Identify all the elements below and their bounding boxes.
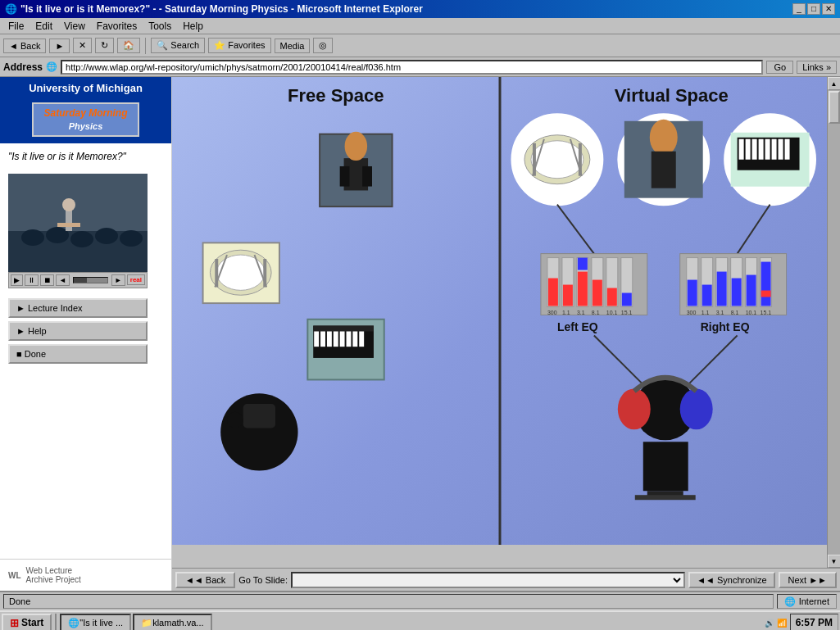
address-bar: Address 🌐 Go Links »: [0, 57, 840, 77]
favorites-button[interactable]: ⭐ Favorites: [208, 38, 270, 53]
main-content: University of Michigan Saturday Morning …: [0, 77, 840, 591]
done-label: ■ Done: [16, 349, 46, 359]
refresh-button[interactable]: ↻: [95, 38, 114, 53]
vc-play[interactable]: ▶: [11, 274, 23, 286]
search-button[interactable]: 🔍 Search: [151, 38, 205, 53]
back-button[interactable]: ◄ Back: [3, 39, 46, 53]
lecture-index-button[interactable]: ► Lecture Index: [8, 298, 148, 318]
go-button[interactable]: Go: [766, 61, 793, 74]
svg-text:8.1: 8.1: [730, 310, 738, 315]
svg-point-39: [530, 141, 583, 179]
svg-rect-73: [606, 288, 616, 306]
help-label: ► Help: [16, 326, 47, 336]
svg-text:300: 300: [686, 310, 696, 315]
media-button[interactable]: Media: [275, 39, 311, 53]
menu-tools[interactable]: Tools: [143, 20, 176, 33]
menu-view[interactable]: View: [59, 20, 90, 33]
svg-text:3.1: 3.1: [715, 310, 724, 315]
svg-rect-52: [738, 139, 743, 160]
video-scene: [8, 174, 148, 272]
svg-rect-57: [771, 139, 776, 160]
vc-prev[interactable]: ◄: [56, 274, 70, 286]
menu-help[interactable]: Help: [178, 20, 208, 33]
close-button[interactable]: ✕: [822, 3, 835, 15]
start-button[interactable]: ⊞ Start: [2, 614, 52, 630]
svg-text:15.1: 15.1: [760, 310, 771, 315]
scroll-thumb[interactable]: [829, 91, 840, 124]
history-button[interactable]: ◎: [313, 38, 333, 53]
done-button[interactable]: ■ Done: [8, 344, 148, 364]
scroll-up-arrow[interactable]: ▲: [828, 77, 841, 90]
help-button[interactable]: ► Help: [8, 321, 148, 341]
taskbar-item-1[interactable]: 📁 klamath.va...: [133, 614, 211, 630]
svg-rect-55: [758, 139, 763, 160]
start-label: Start: [21, 617, 43, 628]
sidebar: University of Michigan Saturday Morning …: [0, 77, 172, 591]
svg-rect-35: [243, 404, 275, 428]
svg-point-3: [46, 227, 69, 243]
bottom-nav: ◄◄ Back Go To Slide: ◄◄ Synchronize Next…: [172, 568, 840, 591]
sys-tray: 🔊 📶: [765, 619, 787, 628]
video-svg: [8, 174, 148, 272]
svg-text:15.1: 15.1: [620, 310, 632, 315]
svg-rect-87: [702, 285, 711, 306]
lecture-index-label: ► Lecture Index: [16, 303, 83, 313]
svg-rect-14: [362, 166, 372, 187]
svg-text:1.1: 1.1: [701, 310, 709, 315]
zone-indicator: 🌐 Internet: [777, 594, 837, 609]
smp-logo-box: Saturday Morning Physics: [32, 102, 138, 137]
vc-pause[interactable]: ⏸: [25, 274, 39, 286]
menu-file[interactable]: File: [3, 20, 29, 33]
svg-text:Right EQ: Right EQ: [700, 320, 749, 333]
svg-rect-95: [761, 262, 770, 306]
svg-rect-56: [765, 139, 770, 160]
minimize-button[interactable]: _: [792, 3, 806, 15]
svg-line-60: [556, 205, 593, 254]
vc-stop[interactable]: ⏹: [40, 274, 54, 286]
free-space-title: Free Space: [172, 77, 500, 107]
svg-rect-48: [651, 152, 675, 188]
svg-point-8: [62, 198, 75, 211]
menu-edit[interactable]: Edit: [30, 20, 57, 33]
menu-favorites[interactable]: Favorites: [92, 20, 142, 33]
svg-rect-71: [592, 280, 602, 306]
sidebar-nav: ► Lecture Index ► Help ■ Done: [0, 292, 171, 370]
slide-area: Free Space: [172, 77, 827, 545]
svg-text:300: 300: [547, 310, 556, 315]
svg-rect-36: [227, 412, 243, 428]
maximize-button[interactable]: □: [807, 3, 820, 15]
svg-rect-75: [621, 293, 631, 306]
clock: 6:57 PM: [790, 614, 838, 630]
stop-button[interactable]: ✕: [73, 38, 92, 53]
svg-rect-59: [784, 139, 789, 160]
svg-point-18: [216, 255, 265, 290]
title-bar: 🌐 "Is it live or is it Memorex?" - - Sat…: [0, 0, 840, 18]
taskbar-item-0[interactable]: 🌐 "Is it live ...: [60, 614, 131, 630]
svg-rect-13: [340, 166, 350, 187]
svg-rect-89: [716, 272, 726, 306]
vc-real[interactable]: real: [127, 274, 145, 285]
svg-point-2: [21, 229, 44, 246]
sys-icon-1: 🔊: [765, 619, 774, 628]
status-bar: Done 🌐 Internet: [0, 591, 840, 610]
svg-rect-93: [746, 275, 756, 306]
svg-line-61: [737, 205, 770, 254]
home-button[interactable]: 🏠: [117, 38, 140, 53]
nav-next-button[interactable]: Next ►►: [779, 572, 837, 588]
logo-line2: Physics: [43, 120, 127, 132]
scroll-down-arrow[interactable]: ▼: [828, 555, 841, 568]
links-button[interactable]: Links »: [797, 61, 837, 74]
svg-point-108: [617, 388, 650, 429]
nav-back-button[interactable]: ◄◄ Back: [175, 572, 235, 588]
svg-rect-111: [634, 495, 695, 500]
taskbar: ⊞ Start 🌐 "Is it live ... 📁 klamath.va..…: [0, 610, 840, 630]
svg-text:8.1: 8.1: [591, 310, 599, 315]
wlap-icon: WL: [8, 571, 21, 580]
forward-button[interactable]: ►: [49, 39, 70, 53]
address-input[interactable]: [61, 60, 763, 75]
sync-button[interactable]: ◄◄ Synchronize: [688, 572, 774, 588]
svg-rect-53: [745, 139, 750, 160]
title-bar-text: "Is it live or is it Memorex?" - - Satur…: [20, 3, 423, 15]
slide-dropdown[interactable]: [291, 572, 685, 588]
vc-next[interactable]: ►: [111, 274, 125, 286]
